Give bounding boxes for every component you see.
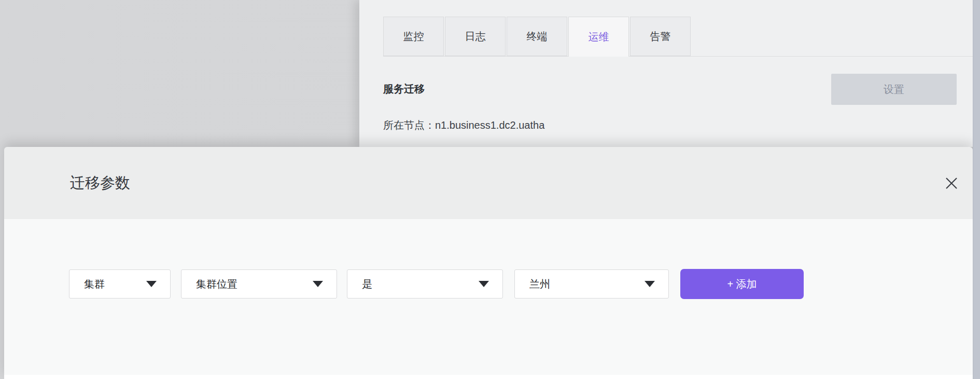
dropdown-selected-value: 是 <box>362 277 372 291</box>
dropdown-selected-value: 集群位置 <box>196 277 237 291</box>
page: 监控 日志 终端 运维 告警 服务迁移 所在节点：n1.business1.dc… <box>0 0 980 379</box>
caret-down-icon <box>146 281 157 287</box>
dropdown-selected-value: 兰州 <box>529 277 550 291</box>
migration-param-row: 集群 集群位置 是 兰州 + 添加 <box>69 269 804 299</box>
section-title-service-migration: 服务迁移 <box>383 82 425 96</box>
tab-terminal[interactable]: 终端 <box>507 17 567 56</box>
migration-params-modal: 迁移参数 集群 集群位置 <box>4 147 973 379</box>
tab-logs[interactable]: 日志 <box>445 17 506 56</box>
modal-body: 集群 集群位置 是 兰州 + 添加 <box>4 219 973 379</box>
settings-button[interactable]: 设置 <box>831 74 957 105</box>
detail-tabbar: 监控 日志 终端 运维 告警 <box>383 17 692 57</box>
vertical-scrollbar[interactable] <box>973 0 980 379</box>
close-icon <box>944 176 959 191</box>
current-node-text: 所在节点：n1.business1.dc2.uatha <box>383 118 544 132</box>
service-detail-panel: 监控 日志 终端 运维 告警 服务迁移 所在节点：n1.business1.dc… <box>359 0 973 147</box>
caret-down-icon <box>313 281 323 287</box>
param-key-dropdown[interactable]: 集群位置 <box>181 269 337 299</box>
param-type-dropdown[interactable]: 集群 <box>69 269 171 299</box>
tab-monitoring[interactable]: 监控 <box>383 17 444 56</box>
tab-alerts[interactable]: 告警 <box>630 17 691 56</box>
close-button[interactable] <box>940 171 963 195</box>
caret-down-icon <box>645 281 655 287</box>
add-param-button[interactable]: + 添加 <box>680 269 804 299</box>
param-operator-dropdown[interactable]: 是 <box>347 269 503 299</box>
caret-down-icon <box>479 281 489 287</box>
tab-operations[interactable]: 运维 <box>568 17 629 57</box>
dropdown-selected-value: 集群 <box>84 277 105 291</box>
param-value-dropdown[interactable]: 兰州 <box>514 269 669 299</box>
modal-footer-edge <box>4 375 973 379</box>
modal-title: 迁移参数 <box>70 173 130 194</box>
modal-header: 迁移参数 <box>4 147 973 219</box>
